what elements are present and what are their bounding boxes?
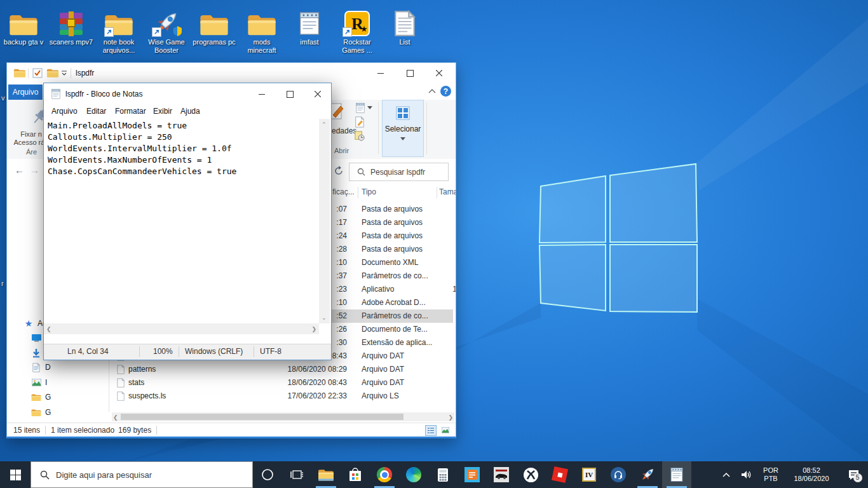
sidebar-item-documents[interactable]: D: [7, 360, 109, 374]
open-file-icon[interactable]: [355, 102, 366, 114]
tray-volume-button[interactable]: [736, 470, 757, 479]
scroll-down-arrow-icon[interactable]: ⌄: [322, 315, 327, 321]
taskbar-app-racing-game[interactable]: [487, 461, 516, 488]
sidebar-item-folder[interactable]: G: [7, 390, 109, 404]
scroll-left-arrow-icon[interactable]: ❮: [46, 326, 51, 332]
taskbar-app-wise-game-booster[interactable]: [633, 461, 662, 488]
cortana-icon: [261, 468, 274, 481]
task-view-button[interactable]: [282, 461, 311, 488]
shield-icon: [172, 25, 182, 37]
notepad-horizontal-scrollbar[interactable]: ❮ ❯: [44, 323, 319, 334]
scroll-right-arrow-icon[interactable]: ❯: [448, 414, 453, 421]
menu-arquivo[interactable]: Arquivo: [51, 107, 78, 116]
desktop-icon-wise-game-booster[interactable]: Wise Game Booster: [143, 4, 190, 55]
explorer-maximize-button[interactable]: [395, 63, 424, 83]
sidebar-item-pictures[interactable]: I: [7, 376, 109, 390]
chrome-icon: [377, 467, 392, 482]
notepad-titlebar[interactable]: lspdfr - Bloco de Notas: [44, 83, 331, 105]
selection-count: 1 item selecionado: [51, 426, 114, 435]
config-line: Callouts.Multiplier = 250: [48, 132, 319, 143]
explorer-search-box[interactable]: Pesquisar lspdfr: [349, 163, 449, 181]
thumbnail-view-button[interactable]: [440, 425, 451, 435]
column-header-type[interactable]: Tipo: [362, 187, 376, 196]
file-row[interactable]: suspects.ls17/06/2020 22:33Arquivo LS: [112, 390, 453, 403]
ribbon-collapse-chevron-icon[interactable]: [428, 88, 436, 93]
explorer-horizontal-scrollbar[interactable]: ❮ ❯: [112, 412, 454, 421]
desktop-icon-backup-gta-v[interactable]: backup gta v: [0, 4, 47, 46]
hidden-icon-label-fragment: r: [1, 280, 4, 287]
desktop-icon-note-book-arquivos[interactable]: note book arquivos...: [95, 4, 142, 55]
action-center-button[interactable]: 5: [839, 470, 868, 480]
scroll-right-arrow-icon[interactable]: ❯: [311, 326, 316, 332]
notepad-text-area[interactable]: Main.PreloadAllModels = true Callouts.Mu…: [44, 119, 319, 323]
folder-icon: [13, 68, 26, 78]
open-dropdown-chevron-icon[interactable]: [367, 106, 372, 110]
notepad-close-button[interactable]: [303, 83, 332, 105]
notepad-icon: [286, 4, 333, 37]
taskbar-app-chrome[interactable]: [370, 461, 399, 488]
taskbar-app-xbox[interactable]: [516, 461, 545, 488]
taskbar-app-roblox[interactable]: [545, 461, 574, 488]
winrar-icon: [48, 4, 95, 37]
taskbar-app-store-game[interactable]: [458, 461, 487, 488]
folder-icon: [0, 4, 47, 37]
taskbar-app-headset[interactable]: [604, 461, 633, 488]
back-arrow-icon[interactable]: ←: [15, 165, 24, 175]
quick-access-properties-icon[interactable]: [32, 68, 43, 78]
explorer-close-button[interactable]: [424, 63, 454, 83]
tray-clock[interactable]: 08:5218/06/2020: [784, 466, 839, 483]
details-view-button[interactable]: [425, 425, 437, 436]
taskbar-app-edge[interactable]: [399, 461, 428, 488]
shortcut-arrow-icon: [104, 27, 114, 37]
notepad-maximize-button[interactable]: [275, 83, 304, 105]
history-icon[interactable]: [355, 130, 365, 142]
notepad-vertical-scrollbar[interactable]: ⌃ ⌄: [319, 119, 330, 323]
menu-formatar[interactable]: Formatar: [115, 107, 146, 116]
desktop-icon-rockstar-games[interactable]: R ★ Rockstar Games ...: [334, 4, 381, 55]
refresh-icon[interactable]: [334, 166, 344, 176]
cortana-button[interactable]: [253, 461, 282, 488]
edit-file-icon[interactable]: [355, 116, 365, 128]
tray-show-hidden-icons-button[interactable]: [717, 472, 736, 477]
scroll-up-arrow-icon[interactable]: ⌃: [322, 121, 327, 128]
desktop-icon-programas-pc[interactable]: programas pc: [191, 4, 238, 46]
taskbar-app-gta-iv[interactable]: IV: [574, 461, 604, 488]
desktop-icon-list[interactable]: List: [381, 4, 428, 46]
taskbar-app-calculator[interactable]: [428, 461, 458, 488]
notepad-icon: [668, 466, 685, 483]
desktop-icon-scaners-mpv7[interactable]: scaners mpv7: [48, 4, 95, 46]
tab-arquivo[interactable]: Arquivo: [8, 85, 43, 100]
scroll-left-arrow-icon[interactable]: ❮: [113, 414, 118, 421]
quick-access-customize-chevron-icon[interactable]: [61, 71, 67, 76]
explorer-titlebar[interactable]: lspdfr: [7, 63, 456, 83]
quick-access-new-folder-icon[interactable]: [46, 68, 59, 78]
select-button[interactable]: Selecionar: [382, 100, 424, 157]
column-header-modified[interactable]: ficaç...: [332, 187, 355, 196]
column-resize-handle[interactable]: [358, 187, 358, 198]
explorer-minimize-button[interactable]: [366, 63, 395, 83]
column-resize-handle[interactable]: [437, 187, 437, 198]
forward-arrow-icon[interactable]: →: [30, 165, 39, 175]
line-ending-type: Windows (CRLF): [185, 347, 243, 356]
sidebar-item-folder[interactable]: G: [7, 405, 109, 419]
notepad-minimize-button[interactable]: [247, 83, 276, 105]
taskbar-search-box[interactable]: Digite aqui para pesquisar: [31, 461, 253, 488]
tray-language-indicator[interactable]: PORPTB: [757, 466, 784, 483]
desktop-icon-mods-minecraft[interactable]: mods minecraft: [238, 4, 285, 55]
taskbar-app-file-explorer[interactable]: [311, 461, 341, 488]
taskbar-app-notepad[interactable]: [662, 461, 691, 488]
desktop-icon-imfast[interactable]: imfast: [286, 4, 333, 46]
taskbar-app-microsoft-store[interactable]: [341, 461, 370, 488]
scrollbar-thumb[interactable]: [121, 414, 403, 420]
menu-exibir[interactable]: Exibir: [153, 107, 172, 116]
help-icon[interactable]: ?: [440, 86, 451, 97]
menu-editar[interactable]: Editar: [86, 107, 106, 116]
file-row[interactable]: stats18/06/2020 08:43Arquivo DAT: [112, 376, 453, 390]
item-count: 15 itens: [13, 426, 40, 435]
column-header-size[interactable]: Tama: [439, 187, 456, 196]
chevron-up-icon: [722, 472, 730, 477]
menu-ajuda[interactable]: Ajuda: [180, 107, 200, 116]
start-button[interactable]: [0, 461, 31, 488]
file-row[interactable]: patterns18/06/2020 08:29Arquivo DAT: [112, 363, 453, 376]
taskbar: Digite aqui para pesquisar: [0, 461, 868, 488]
